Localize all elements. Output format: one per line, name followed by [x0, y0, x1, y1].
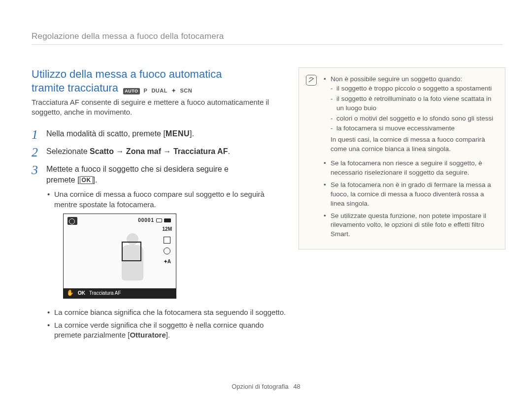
step-number-1: 1: [32, 128, 41, 141]
note-item-2: Se la fotocamera non riesce a seguire il…: [324, 159, 497, 178]
image-size-icon: [164, 237, 170, 244]
note-item-1-continuation: In questi casi, la cornice di messa a fu…: [331, 135, 497, 154]
note-item-1: Non è possibile seguire un soggetto quan…: [324, 75, 497, 154]
battery-icon: [164, 218, 171, 222]
footer-section: Opzioni di fotografia: [232, 383, 289, 390]
mode-icon-p: P: [144, 88, 148, 94]
step-1: Nella modalità di scatto, premete [MENU]…: [46, 128, 194, 141]
mode-icon-dual: DUAL: [151, 88, 167, 94]
title-line-1: Utilizzo della messa a fuoco automatica: [32, 68, 222, 80]
section-title: Utilizzo della messa a fuoco automatica …: [32, 67, 288, 94]
note-item-1a: il soggetto è troppo piccolo o soggetto …: [331, 84, 497, 93]
resolution-label: 12M: [163, 226, 172, 233]
note-item-1b: il soggetto è retroilluminato o la foto …: [331, 94, 497, 113]
note-box: Non è possibile seguire un soggetto quan…: [299, 67, 505, 249]
mode-icon-row: AUTO P DUAL ✦ SCN: [123, 88, 192, 94]
post-bullet-2: La cornice verde significa che il sogget…: [46, 320, 288, 340]
step-number-2: 2: [32, 146, 41, 159]
lcd-status-bar: ✋ OK Tracciatura AF: [64, 288, 176, 298]
mode-dial-icon: [67, 217, 77, 225]
note-item-1c: colori o motivi del soggetto e lo sfondo…: [331, 114, 497, 123]
note-item-1d: la fotocamera si muove eccessivamente: [331, 124, 497, 133]
intro-text: Tracciatura AF consente di seguire e met…: [32, 97, 288, 118]
anti-shake-icon: ✋: [66, 289, 74, 297]
step-3-sub-1: Una cornice di messa a fuoco compare sul…: [46, 189, 288, 210]
metering-icon: [164, 247, 170, 254]
note-item-3: Se la fotocamera non è in grado di ferma…: [324, 181, 497, 209]
flash-auto-label: ✦A: [164, 258, 171, 265]
quality-icon: [156, 218, 162, 222]
mode-icon-scn: SCN: [180, 88, 192, 94]
breadcrumb: Regolazione della messa a fuoco della fo…: [32, 31, 502, 45]
step-number-3: 3: [32, 164, 41, 343]
step-2: Selezionate Scatto → Zona maf → Tracciat…: [46, 146, 230, 159]
menu-button-label: MENU: [166, 129, 190, 138]
page-footer: Opzioni di fotografia 48: [0, 383, 532, 390]
camera-lcd-screenshot: 00001 12M ✦A: [63, 214, 176, 299]
ok-indicator: OK: [78, 290, 85, 297]
note-icon: [306, 75, 317, 86]
step-3: Mettete a fuoco il soggetto che si desid…: [46, 164, 288, 343]
af-frame: [122, 242, 141, 261]
af-mode-label: Tracciatura AF: [89, 290, 121, 297]
note-item-4: Se utilizzate questa funzione, non potet…: [324, 212, 497, 240]
page-number: 48: [293, 383, 300, 390]
post-bullet-1: La cornice bianca significa che la fotoc…: [46, 308, 288, 317]
shot-counter-row: 00001: [138, 217, 171, 224]
ok-button-label: OK: [80, 176, 93, 184]
mode-icon-flash: ✦: [171, 88, 176, 94]
shot-counter: 00001: [138, 217, 154, 224]
title-line-2: tramite tracciatura: [32, 82, 118, 94]
mode-icon-auto: AUTO: [123, 88, 139, 94]
